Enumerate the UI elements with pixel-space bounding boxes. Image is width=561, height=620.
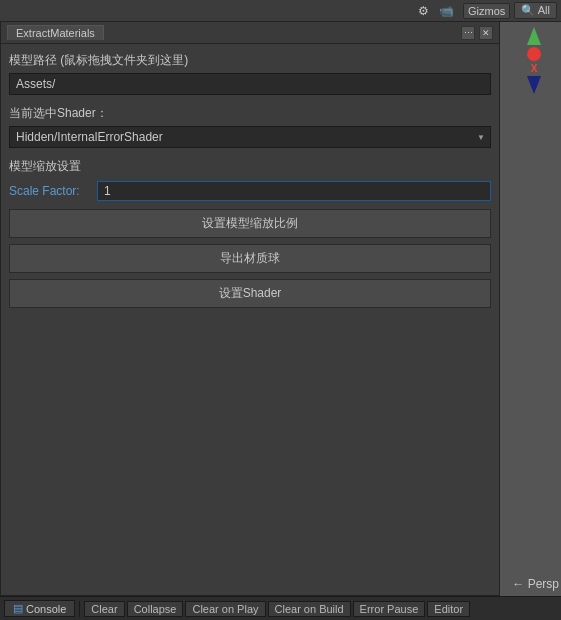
main-area: ExtractMaterials ⋯ ✕ 模型路径 (鼠标拖拽文件夹到这里) 当…: [0, 22, 561, 596]
panel-controls: ⋯ ✕: [461, 26, 493, 40]
gizmo-up-arrow: [527, 27, 541, 45]
editor-button[interactable]: Editor: [427, 601, 470, 617]
panel-more-button[interactable]: ⋯: [461, 26, 475, 40]
set-shader-button[interactable]: 设置Shader: [9, 279, 491, 308]
gizmo-down-arrow: [527, 76, 541, 94]
error-pause-button[interactable]: Error Pause: [353, 601, 426, 617]
viewport-area: X ← Persp: [500, 22, 561, 596]
collapse-button[interactable]: Collapse: [127, 601, 184, 617]
scale-factor-label: Scale Factor:: [9, 184, 89, 198]
scale-section: 模型缩放设置 Scale Factor: 设置模型缩放比例 导出材质球 设置Sh…: [9, 158, 491, 308]
export-materials-button[interactable]: 导出材质球: [9, 244, 491, 273]
gizmo-x-label: X: [531, 63, 538, 74]
clear-on-play-button[interactable]: Clear on Play: [185, 601, 265, 617]
scale-section-title: 模型缩放设置: [9, 158, 491, 175]
scale-factor-row: Scale Factor:: [9, 181, 491, 201]
gizmo-center-dot: [527, 47, 541, 61]
settings-icon[interactable]: ⚙: [415, 3, 432, 19]
console-icon: ▤: [13, 602, 23, 615]
path-label: 模型路径 (鼠标拖拽文件夹到这里): [9, 52, 491, 69]
extract-materials-panel: ExtractMaterials ⋯ ✕ 模型路径 (鼠标拖拽文件夹到这里) 当…: [0, 22, 500, 596]
panel-content: 模型路径 (鼠标拖拽文件夹到这里) 当前选中Shader： Hidden/Int…: [1, 44, 499, 326]
bottom-bar: ▤ Console Clear Collapse Clear on Play C…: [0, 596, 561, 620]
gizmo-widget: X: [509, 27, 559, 117]
shader-dropdown-wrapper: Hidden/InternalErrorShaderStandardUnlit/…: [9, 126, 491, 148]
shader-label: 当前选中Shader：: [9, 105, 491, 122]
clear-on-build-button[interactable]: Clear on Build: [268, 601, 351, 617]
gizmos-button[interactable]: Gizmos: [463, 3, 510, 19]
shader-section: 当前选中Shader： Hidden/InternalErrorShaderSt…: [9, 105, 491, 148]
separator-1: [79, 601, 80, 617]
toolbar-gizmos: Gizmos 🔍 All: [463, 2, 557, 19]
scale-factor-input[interactable]: [97, 181, 491, 201]
panel-titlebar: ExtractMaterials ⋯ ✕: [1, 22, 499, 44]
toolbar-icons: ⚙ 📹: [415, 3, 457, 19]
panel-title: ExtractMaterials: [7, 25, 104, 40]
panel-title-tab: ExtractMaterials: [7, 26, 104, 40]
shader-dropdown[interactable]: Hidden/InternalErrorShaderStandardUnlit/…: [9, 126, 491, 148]
record-icon[interactable]: 📹: [436, 3, 457, 19]
panel-close-button[interactable]: ✕: [479, 26, 493, 40]
path-input[interactable]: [9, 73, 491, 95]
persp-label: ← Persp: [512, 577, 559, 591]
top-toolbar: ⚙ 📹 Gizmos 🔍 All: [0, 0, 561, 22]
all-button[interactable]: 🔍 All: [514, 2, 557, 19]
clear-button[interactable]: Clear: [84, 601, 124, 617]
search-icon: 🔍: [521, 4, 535, 16]
console-label: Console: [26, 603, 66, 615]
console-tab[interactable]: ▤ Console: [4, 600, 75, 617]
set-scale-button[interactable]: 设置模型缩放比例: [9, 209, 491, 238]
